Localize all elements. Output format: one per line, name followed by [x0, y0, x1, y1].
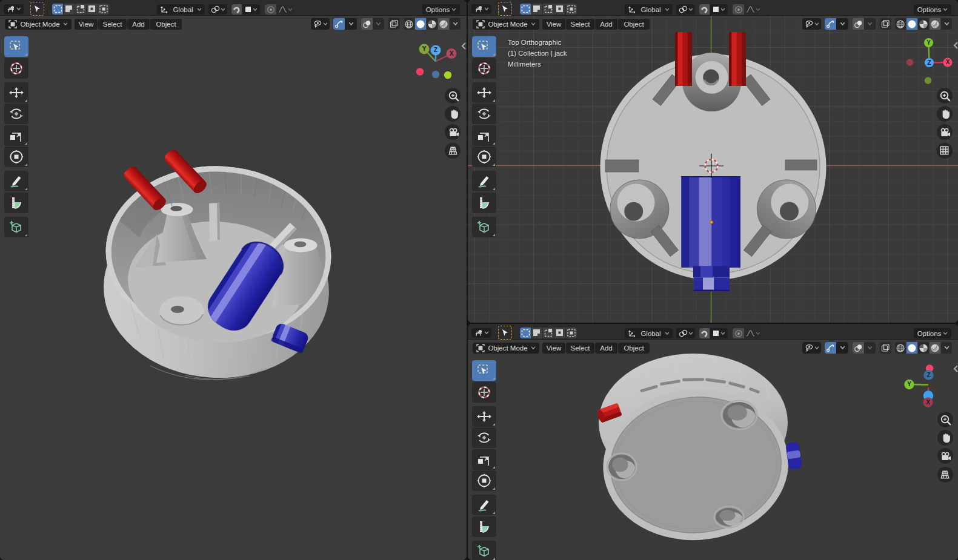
svg-text:Z: Z: [434, 47, 437, 53]
svg-text:X: X: [450, 50, 454, 57]
svg-text:Y: Y: [926, 39, 931, 46]
svg-text:Y: Y: [422, 45, 427, 52]
svg-text:X: X: [926, 399, 930, 406]
svg-text:Z: Z: [926, 372, 930, 378]
svg-text:Z: Z: [927, 59, 931, 66]
svg-text:X: X: [946, 59, 950, 65]
svg-text:Y: Y: [907, 381, 911, 387]
